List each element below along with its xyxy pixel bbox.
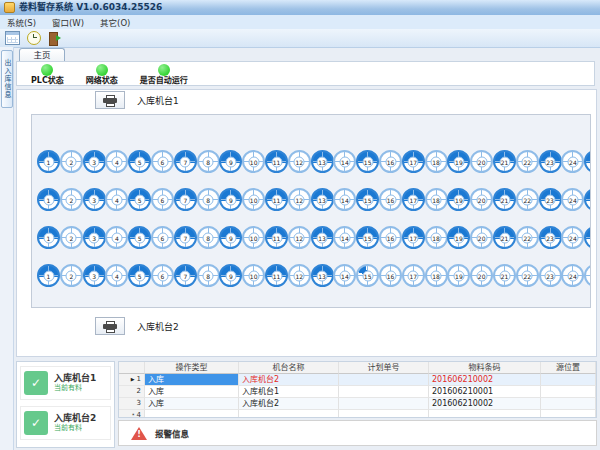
slot-circle[interactable]: 23 <box>539 188 562 211</box>
menu-other[interactable]: 其它(O) <box>100 16 130 28</box>
slot-circle[interactable]: 12 <box>288 150 311 173</box>
slot-circle[interactable]: 20 <box>470 226 493 249</box>
slot-circle[interactable]: 2 <box>60 188 83 211</box>
slot-circle[interactable]: 24 <box>561 150 584 173</box>
slot-circle[interactable]: 12 <box>288 226 311 249</box>
slot-circle[interactable]: 21 <box>493 150 516 173</box>
slot-circle[interactable]: 4 <box>105 150 128 173</box>
slot-circle[interactable]: 14 <box>333 188 356 211</box>
slot-circle[interactable]: 16 <box>379 264 402 287</box>
slot-circle[interactable]: 4 <box>105 264 128 287</box>
slot-circle[interactable]: 14 <box>333 150 356 173</box>
slot-circle[interactable]: 5 <box>128 226 151 249</box>
slot-circle[interactable]: 19 <box>447 150 470 173</box>
slot-circle[interactable]: 11 <box>265 188 288 211</box>
slot-circle[interactable]: 20 <box>470 264 493 287</box>
slot-circle[interactable]: 9 <box>219 264 242 287</box>
slot-circle[interactable]: 1 <box>37 264 60 287</box>
table-row[interactable]: 3入库入库机台2201606210002 <box>119 398 596 410</box>
slot-circle[interactable]: 17 <box>402 226 425 249</box>
slot-circle[interactable]: 25 <box>584 150 591 173</box>
slot-circle[interactable]: 1 <box>37 226 60 249</box>
slot-circle[interactable]: 16 <box>379 226 402 249</box>
slot-circle[interactable]: 11 <box>265 150 288 173</box>
slot-circle[interactable]: 5 <box>128 188 151 211</box>
slot-circle[interactable]: 15 <box>356 226 379 249</box>
slot-circle[interactable]: 12 <box>288 188 311 211</box>
slot-circle[interactable]: 2 <box>60 226 83 249</box>
slot-circle[interactable]: 10 <box>242 226 265 249</box>
side-tab[interactable]: 出入库信息 <box>1 50 13 108</box>
exit-button[interactable] <box>47 31 62 45</box>
slot-circle[interactable]: 9 <box>219 226 242 249</box>
slot-circle[interactable]: 9 <box>219 150 242 173</box>
print-button-station2[interactable] <box>95 317 125 335</box>
slot-circle[interactable]: 23 <box>539 264 562 287</box>
slot-circle[interactable]: 11 <box>265 264 288 287</box>
slot-circle[interactable]: 19 <box>447 226 470 249</box>
slot-circle[interactable]: 3 <box>83 264 106 287</box>
slot-circle[interactable]: 18 <box>425 188 448 211</box>
column-header[interactable]: 物料条码 <box>429 362 541 374</box>
slot-circle[interactable]: 5 <box>128 150 151 173</box>
slot-circle[interactable]: 17 <box>402 150 425 173</box>
slot-circle[interactable]: 3 <box>83 188 106 211</box>
slot-circle[interactable]: 10 <box>242 188 265 211</box>
slot-circle[interactable]: 6 <box>151 226 174 249</box>
slot-circle[interactable]: 25 <box>584 264 591 287</box>
slot-circle[interactable]: 21 <box>493 226 516 249</box>
slot-circle[interactable]: 4 <box>105 226 128 249</box>
slot-circle[interactable]: 13 <box>311 226 334 249</box>
column-header[interactable]: 源位置 <box>541 362 596 374</box>
slot-circle[interactable]: 22 <box>516 264 539 287</box>
slot-circle[interactable]: 12 <box>288 264 311 287</box>
slot-circle[interactable]: 6 <box>151 150 174 173</box>
table-row[interactable]: ▶1入库入库机台2201606210002 <box>119 374 596 386</box>
calendar-button[interactable] <box>4 30 21 46</box>
slot-circle[interactable]: 20 <box>470 150 493 173</box>
slot-circle[interactable]: 22 <box>516 150 539 173</box>
slot-circle[interactable]: 10 <box>242 264 265 287</box>
slot-circle[interactable]: 9 <box>219 188 242 211</box>
slot-circle[interactable]: 1 <box>37 188 60 211</box>
slot-circle[interactable]: 20 <box>470 188 493 211</box>
slot-circle[interactable]: 23 <box>539 150 562 173</box>
slot-circle[interactable]: 4 <box>105 188 128 211</box>
slot-circle[interactable]: 11 <box>265 226 288 249</box>
slot-circle[interactable]: 13 <box>311 150 334 173</box>
table-row[interactable]: *4 <box>119 410 596 418</box>
slot-circle[interactable]: 16 <box>379 150 402 173</box>
slot-circle[interactable]: 2 <box>60 264 83 287</box>
print-button-station1[interactable] <box>95 91 125 109</box>
slot-circle[interactable]: 15 <box>356 150 379 173</box>
slot-circle[interactable]: 19 <box>447 188 470 211</box>
slot-circle[interactable]: 14 <box>333 226 356 249</box>
slot-circle[interactable]: 25 <box>584 188 591 211</box>
slot-circle[interactable]: 23 <box>539 226 562 249</box>
slot-circle[interactable]: 16 <box>379 188 402 211</box>
slot-circle[interactable]: 14 <box>333 264 356 287</box>
slot-circle[interactable]: 8 <box>197 150 220 173</box>
slot-circle[interactable]: 8 <box>197 188 220 211</box>
slot-circle[interactable]: 13 <box>311 188 334 211</box>
column-header[interactable]: 操作类型 <box>145 362 239 374</box>
slot-circle[interactable]: 21 <box>493 188 516 211</box>
column-header[interactable]: 计划单号 <box>339 362 429 374</box>
slot-circle[interactable]: 24 <box>561 264 584 287</box>
slot-circle[interactable]: 25 <box>584 226 591 249</box>
slot-circle[interactable]: 3 <box>83 150 106 173</box>
slot-circle[interactable]: 2 <box>60 150 83 173</box>
tab-home[interactable]: 主页 <box>19 48 65 62</box>
slot-circle[interactable]: 1 <box>37 150 60 173</box>
slot-circle[interactable]: 10 <box>242 150 265 173</box>
slot-circle[interactable]: 15 <box>356 188 379 211</box>
slot-circle[interactable]: 22 <box>516 226 539 249</box>
slot-circle[interactable]: 7 <box>174 264 197 287</box>
slot-circle[interactable]: 18 <box>425 226 448 249</box>
slot-circle[interactable]: 7 <box>174 150 197 173</box>
slot-circle[interactable]: 15 <box>356 264 379 287</box>
table-row[interactable]: 2入库入库机台1201606210001 <box>119 386 596 398</box>
slot-circle[interactable]: 13 <box>311 264 334 287</box>
menu-window[interactable]: 窗口(W) <box>52 16 84 28</box>
slot-circle[interactable]: 24 <box>561 226 584 249</box>
